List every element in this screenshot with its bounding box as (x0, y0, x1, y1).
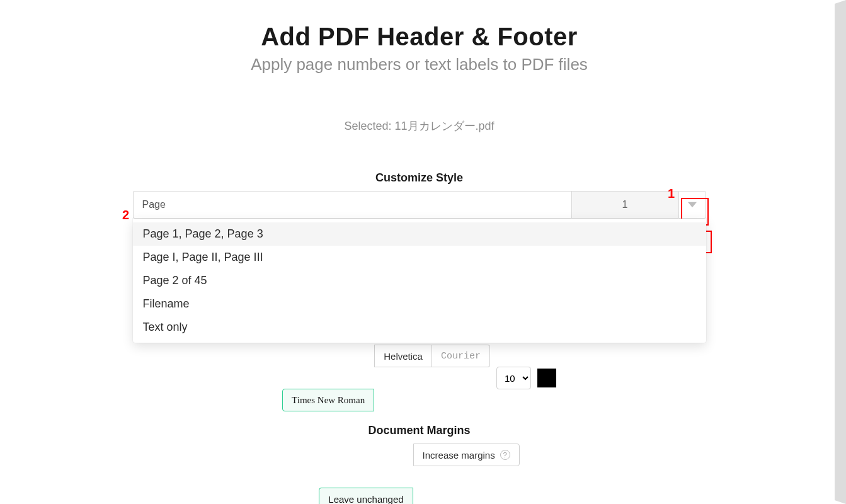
format-dropdown-toggle[interactable] (678, 191, 706, 219)
font-courier-button[interactable]: Courier (432, 345, 490, 367)
margins-increase-label: Increase margins (423, 450, 495, 461)
format-option-page-of[interactable]: Page 2 of 45 (133, 269, 706, 292)
font-color-swatch[interactable] (537, 369, 556, 387)
format-dropdown: Page 1, Page 2, Page 3 Page I, Page II, … (133, 219, 706, 343)
font-size-select[interactable]: 10 (496, 367, 531, 389)
annotation-label-2: 2 (122, 208, 129, 222)
margins-row: Leave unchanged Increase margins ? (4, 444, 835, 504)
selected-file-label: Selected: 11月カレンダー.pdf (4, 118, 835, 134)
page-format-input[interactable] (133, 191, 571, 219)
document-margins-heading: Document Margins (4, 424, 835, 437)
margins-unchanged-button[interactable]: Leave unchanged (319, 488, 413, 504)
selected-filename: 11月カレンダー.pdf (395, 120, 494, 132)
format-option-textonly[interactable]: Text only (133, 316, 706, 339)
selected-prefix: Selected: (344, 120, 394, 132)
format-option-arabic[interactable]: Page 1, Page 2, Page 3 (133, 222, 706, 246)
font-times-button[interactable]: Times New Roman (282, 389, 374, 411)
format-option-filename[interactable]: Filename (133, 292, 706, 316)
caret-down-icon (688, 200, 697, 209)
format-option-roman[interactable]: Page I, Page II, Page III (133, 246, 706, 269)
help-icon[interactable]: ? (500, 450, 510, 460)
customize-style-heading: Customize Style (4, 171, 835, 185)
font-family-group: Times New Roman Helvetica Courier (282, 345, 490, 411)
margins-group: Leave unchanged Increase margins ? (319, 444, 519, 504)
font-helvetica-button[interactable]: Helvetica (374, 345, 432, 367)
page-subtitle: Apply page numbers or text labels to PDF… (4, 55, 835, 74)
page-title: Add PDF Header & Footer (4, 23, 835, 51)
margins-increase-button[interactable]: Increase margins ? (413, 444, 520, 466)
start-number-input[interactable] (571, 191, 678, 219)
style-row: Page 1, Page 2, Page 3 Page I, Page II, … (133, 191, 706, 219)
font-row: Times New Roman Helvetica Courier 10 (4, 345, 835, 411)
